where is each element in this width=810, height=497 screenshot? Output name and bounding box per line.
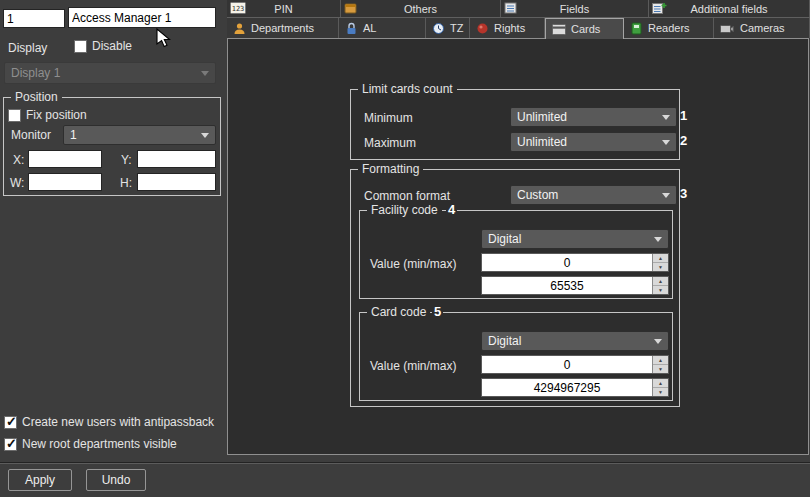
card-min-spinner[interactable]: 0 ▲▼ [481, 355, 669, 374]
w-label: W: [10, 176, 24, 190]
root-departments-checkbox-box[interactable] [4, 438, 17, 451]
facility-type-select-value: Digital [488, 232, 521, 246]
disable-checkbox[interactable]: Disable [74, 39, 132, 53]
card-code-group: Card code 5 Digital Value (min/max) 0 ▲▼… [359, 312, 673, 401]
spinner-buttons[interactable]: ▲▼ [652, 379, 668, 396]
root-departments-label: New root departments visible [22, 437, 177, 451]
tab-label: Departments [251, 22, 314, 34]
display-label: Display [8, 41, 47, 55]
pin-keypad-icon: 123 [230, 2, 246, 14]
monitor-label: Monitor [11, 128, 51, 142]
tab-label: Cards [571, 23, 600, 35]
common-format-select-value: Custom [517, 188, 558, 202]
minimum-select[interactable]: Unlimited [510, 107, 677, 127]
antipassback-checkbox[interactable]: Create new users with antipassback [4, 415, 214, 429]
rights-ball-icon [476, 22, 489, 35]
tab-additional-fields[interactable]: Additional fields [649, 0, 810, 17]
tab-label: Additional fields [690, 3, 767, 15]
fix-position-checkbox-box[interactable] [8, 109, 21, 122]
tab-al[interactable]: AL [339, 18, 426, 38]
reader-icon [630, 22, 643, 35]
facility-min-spinner[interactable]: 0 ▲▼ [481, 253, 669, 272]
monitor-select[interactable]: 1 [63, 125, 216, 145]
tab-label: Cameras [740, 22, 785, 34]
tab-rights[interactable]: Rights [470, 18, 545, 38]
position-group: Position Fix position Monitor 1 X: Y: W:… [3, 97, 221, 196]
common-format-select[interactable]: Custom [510, 185, 677, 205]
access-manager-window: Display Disable Display 1 Position Fix p… [0, 0, 810, 497]
maximum-select[interactable]: Unlimited [510, 132, 677, 152]
chevron-down-icon [662, 140, 670, 145]
object-id-field[interactable] [3, 9, 65, 28]
tab-tz[interactable]: TZ [426, 18, 470, 38]
undo-button[interactable]: Undo [86, 469, 146, 491]
object-name-field[interactable] [68, 7, 216, 28]
formatting-group: Formatting Common format Custom Facility… [350, 169, 680, 407]
tab-label: Fields [560, 3, 589, 15]
spinner-buttons[interactable]: ▲▼ [652, 356, 668, 373]
spinner-buttons[interactable]: ▲▼ [652, 277, 668, 294]
root-departments-checkbox[interactable]: New root departments visible [4, 437, 177, 451]
card-min-value[interactable]: 0 [482, 356, 652, 373]
spin-down-icon[interactable]: ▼ [653, 286, 668, 294]
w-field[interactable] [28, 173, 102, 191]
bottom-separator [0, 462, 810, 464]
spinner-buttons[interactable]: ▲▼ [652, 254, 668, 271]
tab-fields[interactable]: Fields [501, 0, 649, 17]
antipassback-label: Create new users with antipassback [22, 415, 214, 429]
disable-checkbox-box[interactable] [74, 40, 87, 53]
tab-pin[interactable]: 123 PIN [227, 0, 341, 17]
chevron-down-icon [662, 193, 670, 198]
tab-departments[interactable]: Departments [227, 18, 339, 38]
spin-down-icon[interactable]: ▼ [653, 365, 668, 373]
card-code-group-title: Card code [367, 305, 430, 319]
cards-tab-panel: Limit cards count Minimum Unlimited Maxi… [227, 38, 809, 455]
common-format-label: Common format [364, 189, 450, 203]
fields-icon [504, 2, 517, 14]
tab-readers[interactable]: Readers [624, 18, 714, 38]
fix-position-checkbox[interactable]: Fix position [8, 108, 87, 122]
tab-cameras[interactable]: Cameras [714, 18, 810, 38]
card-icon [552, 24, 566, 35]
card-type-select-value: Digital [488, 334, 521, 348]
annotation-1: 1 [680, 108, 687, 123]
annotation-2: 2 [680, 133, 687, 148]
person-icon [233, 22, 246, 35]
y-field[interactable] [137, 150, 216, 168]
tab-row-top: 123 PIN Others Fields Additional fields [227, 0, 810, 18]
card-max-value[interactable]: 4294967295 [482, 379, 652, 396]
chevron-down-icon [201, 71, 209, 76]
tab-label: PIN [274, 3, 292, 15]
clock-icon [432, 22, 445, 35]
apply-button[interactable]: Apply [8, 469, 72, 491]
facility-min-value[interactable]: 0 [482, 254, 652, 271]
tab-cards[interactable]: Cards [545, 18, 624, 39]
spin-up-icon[interactable]: ▲ [653, 356, 668, 365]
annotation-3: 3 [680, 186, 687, 201]
antipassback-checkbox-box[interactable] [4, 416, 17, 429]
spin-up-icon[interactable]: ▲ [653, 379, 668, 388]
display-select[interactable]: Display 1 [4, 62, 216, 84]
tab-row-bottom: Departments AL TZ Rights Cards [227, 18, 810, 38]
facility-code-group-title: Facility code [367, 203, 442, 217]
spin-down-icon[interactable]: ▼ [653, 388, 668, 396]
formatting-group-title: Formatting [358, 162, 423, 176]
x-field[interactable] [28, 150, 102, 168]
card-type-select[interactable]: Digital [481, 331, 669, 351]
tab-label: Others [404, 3, 437, 15]
minimum-label: Minimum [364, 111, 413, 125]
tab-label: Readers [648, 22, 690, 34]
chevron-down-icon [201, 133, 209, 138]
facility-max-spinner[interactable]: 65535 ▲▼ [481, 276, 669, 295]
spin-up-icon[interactable]: ▲ [653, 277, 668, 286]
x-label: X: [13, 153, 24, 167]
facility-type-select[interactable]: Digital [481, 229, 669, 249]
y-label: Y: [121, 153, 132, 167]
tab-others[interactable]: Others [341, 0, 501, 17]
facility-max-value[interactable]: 65535 [482, 277, 652, 294]
h-field[interactable] [137, 173, 216, 191]
svg-text:123: 123 [232, 5, 245, 13]
spin-up-icon[interactable]: ▲ [653, 254, 668, 263]
card-max-spinner[interactable]: 4294967295 ▲▼ [481, 378, 669, 397]
spin-down-icon[interactable]: ▼ [653, 263, 668, 271]
